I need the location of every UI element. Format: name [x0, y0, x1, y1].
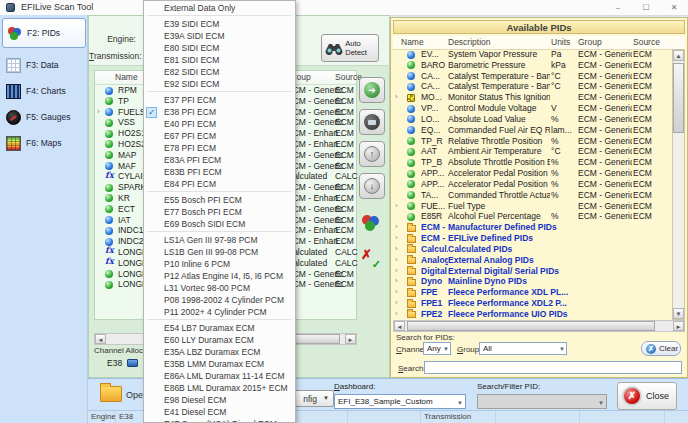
expand-icon[interactable] — [395, 201, 398, 212]
available-pid-row[interactable]: FUE... Fuel Type ECM - Generic ECM — [393, 201, 673, 212]
expand-icon[interactable] — [395, 266, 398, 277]
right-vertical-scrollbar[interactable]: ▲ ▼ — [672, 49, 685, 320]
menu-item[interactable]: E35B LMM Duramax ECM — [144, 358, 295, 370]
menu-item[interactable]: LS1A Gen III 97-98 PCM — [144, 234, 295, 246]
move-pid-up-button[interactable]: ↑ — [359, 141, 385, 167]
close-window-button[interactable]: ✕ — [660, 0, 688, 15]
menu-item[interactable]: E39 SIDI ECM — [144, 18, 295, 30]
available-pid-row[interactable]: VP... Control Module Voltage V ECM - Gen… — [393, 103, 673, 114]
expand-icon[interactable] — [395, 233, 398, 244]
sidebar-tab[interactable]: F2: PIDs — [2, 18, 86, 48]
close-button[interactable]: ✗ Close — [617, 382, 677, 410]
menu-item[interactable]: E47 Cruze (USA) Diesel ECM — [144, 418, 295, 423]
available-pid-row[interactable]: ECM - ... EFILive Defined PIDs — [393, 233, 673, 244]
menu-item[interactable]: P12 Atlas Engine I4, I5, I6 PCM — [144, 270, 295, 282]
select-pid-button[interactable]: ➜ — [359, 77, 385, 103]
expand-icon[interactable] — [395, 287, 398, 298]
menu-item[interactable]: P10 Inline 6 PCM — [144, 258, 295, 270]
menu-item[interactable]: L31 Vortec 98-00 PCM — [144, 282, 295, 294]
menu-item[interactable]: E84 PFI ECM — [144, 178, 295, 190]
sidebar-tab[interactable]: F4: Charts — [2, 79, 86, 103]
dashboard-select[interactable]: EFI_E38_Sample_Custom ▼ — [334, 394, 466, 409]
expand-icon[interactable] — [97, 107, 100, 118]
efilive-logo-icon[interactable] — [361, 213, 381, 237]
menu-item[interactable]: E86A LML Duramax 11-14 ECM — [144, 370, 295, 382]
menu-item[interactable]: E67 PFI ECM — [144, 130, 295, 142]
menu-item[interactable]: LS1B Gen III 99-08 PCM — [144, 246, 295, 258]
available-pid-row[interactable]: APP... Accelerator Pedal Position D % EC… — [393, 168, 673, 179]
auto-detect-button[interactable]: Auto Detect — [321, 34, 379, 62]
sidebar-tab[interactable]: F6: Maps — [2, 131, 86, 155]
scroll-thumb[interactable] — [673, 63, 684, 133]
menu-item[interactable]: E39A SIDI ECM — [144, 30, 295, 42]
column-header-group[interactable]: Group — [578, 37, 602, 47]
menu-item[interactable]: E83B PFI ECM — [144, 166, 295, 178]
expand-icon[interactable] — [395, 276, 398, 287]
menu-item[interactable]: E92 SIDI ECM — [144, 78, 295, 90]
column-header-name[interactable]: Name — [115, 72, 138, 82]
menu-item[interactable]: E83A PFI ECM — [144, 154, 295, 166]
available-pid-row[interactable]: TA... Commanded Throttle Actuator... % E… — [393, 190, 673, 201]
menu-item[interactable]: E35A LBZ Duramax ECM — [144, 346, 295, 358]
scroll-down-arrow[interactable]: ▼ — [673, 308, 684, 319]
scroll-right-arrow[interactable]: ► — [345, 334, 356, 344]
available-pid-row[interactable]: EV... System Vapor Pressure Pa ECM - Gen… — [393, 49, 673, 60]
menu-item[interactable]: P08 1998-2002 4 Cylinder PCM — [144, 294, 295, 306]
minimize-button[interactable]: – — [604, 0, 632, 15]
sidebar-tab[interactable]: F3: Data — [2, 53, 86, 77]
group-select[interactable]: All ▼ — [479, 342, 567, 355]
available-pid-row[interactable]: CA... Catalyst Temperature - Bank 1... °… — [393, 71, 673, 82]
channel-row[interactable]: E38 — [107, 358, 138, 368]
menu-item[interactable]: E77 Bosch PFI ECM — [144, 206, 295, 218]
menu-item[interactable]: E55 Bosch PFI ECM — [144, 194, 295, 206]
menu-item[interactable]: E69 Bosch SIDI ECM — [144, 218, 295, 230]
available-pid-row[interactable]: EQ... Commanded Fuel Air EQ Ratio lam...… — [393, 125, 673, 136]
move-pid-down-button[interactable]: ↓ — [359, 173, 385, 199]
available-pid-row[interactable]: ECM - ... Manufacturer Defined PIDs — [393, 222, 673, 233]
available-pid-row[interactable]: Dyno Mainline Dyno PIDs — [393, 276, 673, 287]
scroll-up-arrow[interactable]: ▲ — [673, 50, 684, 61]
available-pid-row[interactable]: BARO Barometric Pressure kPa ECM - Gener… — [393, 60, 673, 71]
scroll-left-arrow[interactable]: ◄ — [95, 334, 106, 344]
sidebar-tab[interactable]: F5: Gauges — [2, 105, 86, 129]
validate-pids-button[interactable]: ✗ ✓ — [361, 249, 381, 269]
available-pid-row[interactable]: Analog External Analog PIDs — [393, 255, 673, 266]
right-horizontal-scrollbar[interactable]: ◄ ► — [393, 320, 685, 332]
channels-select[interactable]: Any ▼ — [423, 342, 451, 355]
menu-item[interactable]: E82 SIDI ECM — [144, 66, 295, 78]
available-pid-row[interactable]: Digital External Digital/ Serial PIDs — [393, 266, 673, 277]
column-header-units[interactable]: Units — [551, 37, 570, 47]
menu-item[interactable]: E38 PFI ECM — [144, 106, 295, 118]
expand-icon[interactable] — [395, 298, 398, 309]
expand-icon[interactable] — [395, 244, 398, 255]
menu-item[interactable]: E86B LML Duramax 2015+ ECM — [144, 382, 295, 394]
expand-icon[interactable] — [395, 309, 398, 320]
menu-item[interactable]: E41 Diesel ECM — [144, 406, 295, 418]
menu-item[interactable]: E78 PFI ECM — [144, 142, 295, 154]
clear-button[interactable]: ✗ Clear — [641, 341, 681, 356]
menu-item[interactable]: E54 LB7 Duramax ECM — [144, 322, 295, 334]
available-pid-row[interactable]: APP... Accelerator Pedal Position E % EC… — [393, 179, 673, 190]
available-pid-row[interactable]: AAT Ambient Air Temperature °C ECM - Gen… — [393, 146, 673, 157]
available-pid-row[interactable]: FPE1 Fleece Performance XDL2 P... — [393, 298, 673, 309]
menu-item[interactable]: External Data Only — [144, 2, 295, 14]
available-pid-row[interactable]: E85R Alcohol Fuel Percentage % ECM - Gen… — [393, 211, 673, 222]
expand-icon[interactable] — [395, 255, 398, 266]
column-header-source[interactable]: Source — [335, 72, 362, 82]
menu-item[interactable]: E81 SIDI ECM — [144, 54, 295, 66]
column-header-source[interactable]: Source — [633, 37, 660, 47]
menu-item[interactable]: E98 Diesel ECM — [144, 394, 295, 406]
expand-icon[interactable] — [395, 92, 398, 103]
available-pid-row[interactable]: Calcul... Calculated PIDs — [393, 244, 673, 255]
available-pid-row[interactable]: FPE2 Fleece Performance UIO PIDs — [393, 309, 673, 320]
search-input[interactable] — [424, 361, 682, 374]
display-pid-button[interactable] — [359, 109, 385, 135]
menu-item[interactable]: E40 PFI ECM — [144, 118, 295, 130]
menu-item[interactable]: E60 LLY Duramax ECM — [144, 334, 295, 346]
menu-item[interactable]: P11 2002+ 4 Cylinder PCM — [144, 306, 295, 318]
maximize-button[interactable]: ☐ — [632, 0, 660, 15]
scroll-left-arrow[interactable]: ◄ — [394, 321, 405, 331]
available-pid-row[interactable]: CA... Catalyst Temperature - Bank 2... °… — [393, 81, 673, 92]
menu-item[interactable]: E80 SIDI ECM — [144, 42, 295, 54]
column-header-description[interactable]: Description — [448, 37, 491, 47]
